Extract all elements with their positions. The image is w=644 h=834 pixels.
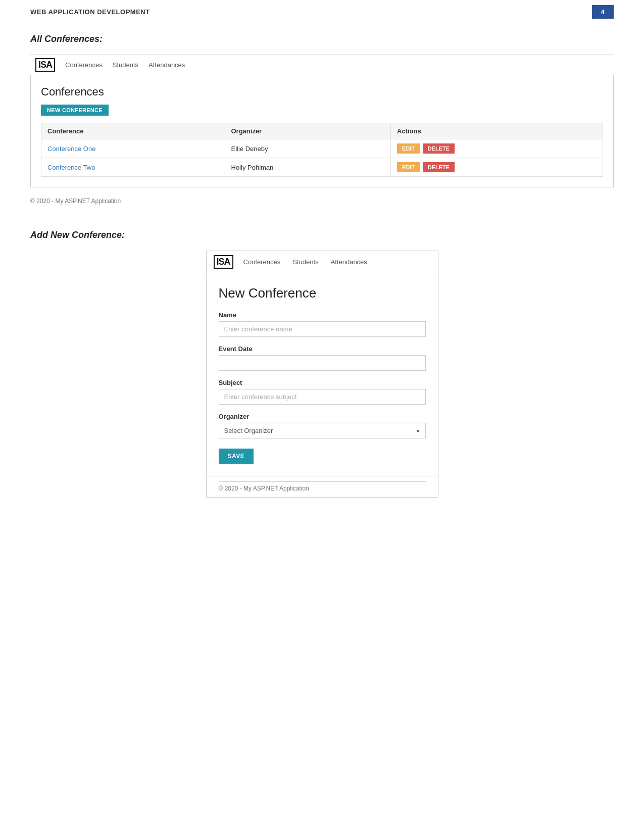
save-button[interactable]: SAVE — [219, 449, 254, 464]
navbar1-links: Conferences Students Attendances — [65, 61, 185, 69]
footer-divider — [219, 481, 426, 482]
section1-footer: © 2020 - My ASP.NET Application — [30, 192, 614, 210]
organizer-1: Ellie Deneby — [225, 139, 391, 158]
subject-input[interactable] — [219, 389, 426, 405]
conference-link-1[interactable]: Conference One — [47, 145, 95, 153]
col-conference: Conference — [41, 123, 225, 139]
nav1-attendances[interactable]: Attendances — [148, 61, 185, 69]
name-group: Name — [219, 311, 426, 337]
event-date-group: Event Date — [219, 345, 426, 371]
form-nav-attendances[interactable]: Attendances — [331, 258, 367, 266]
organizer-2: Holly Pohlman — [225, 158, 391, 177]
event-date-input[interactable] — [219, 355, 426, 371]
form-nav-students[interactable]: Students — [292, 258, 318, 266]
form-footer: © 2020 - My ASP.NET Application — [207, 476, 438, 497]
nav1-students[interactable]: Students — [113, 61, 138, 69]
navbar1-brand: ISA — [35, 58, 55, 72]
form-footer-text: © 2020 - My ASP.NET Application — [219, 485, 309, 492]
table-row: Conference One Ellie Deneby EDIT DELETE — [41, 139, 603, 158]
organizer-group: Organizer Select Organizer ▼ — [219, 413, 426, 438]
section2-heading: Add New Conference: — [30, 230, 614, 240]
edit-button-1[interactable]: EDIT — [397, 143, 420, 154]
top-header: WEB APPLICATION DEVELOPMENT 4 — [0, 0, 644, 24]
organizer-select[interactable]: Select Organizer — [219, 423, 426, 438]
nav1-conferences[interactable]: Conferences — [65, 61, 103, 69]
name-input[interactable] — [219, 321, 426, 337]
table-row: Conference Two Holly Pohlman EDIT DELETE — [41, 158, 603, 177]
organizer-label: Organizer — [219, 413, 426, 420]
subject-group: Subject — [219, 379, 426, 405]
section1-heading: All Conferences: — [30, 34, 614, 44]
delete-button-1[interactable]: DELETE — [423, 143, 455, 154]
header-badge: 4 — [592, 5, 614, 19]
new-conference-button[interactable]: NEW CONFERENCE — [41, 105, 109, 116]
form-body: New Conference Name Event Date Subject — [207, 273, 438, 476]
conferences-table: Conference Organizer Actions Conference … — [41, 123, 603, 177]
form-nav-conferences[interactable]: Conferences — [243, 258, 281, 266]
form-navbar-links: Conferences Students Attendances — [243, 258, 367, 266]
col-actions: Actions — [391, 123, 603, 139]
edit-button-2[interactable]: EDIT — [397, 162, 420, 172]
event-date-label: Event Date — [219, 345, 426, 353]
conferences-card: Conferences NEW CONFERENCE Conference Or… — [30, 75, 614, 187]
col-organizer: Organizer — [225, 123, 391, 139]
delete-button-2[interactable]: DELETE — [423, 162, 455, 172]
select-wrapper: Select Organizer ▼ — [219, 423, 426, 438]
form-navbar-brand: ISA — [214, 255, 233, 269]
form-card-wrapper: ISA Conferences Students Attendances New… — [30, 251, 614, 498]
form-navbar: ISA Conferences Students Attendances — [207, 251, 438, 273]
navbar1: ISA Conferences Students Attendances — [30, 55, 614, 75]
app-title: WEB APPLICATION DEVELOPMENT — [30, 8, 150, 16]
conference-link-2[interactable]: Conference Two — [47, 164, 95, 171]
section-all-conferences: All Conferences: ISA Conferences Student… — [30, 34, 614, 210]
name-label: Name — [219, 311, 426, 319]
page-content: All Conferences: ISA Conferences Student… — [0, 24, 644, 508]
form-card: ISA Conferences Students Attendances New… — [206, 251, 438, 498]
form-title: New Conference — [219, 285, 426, 301]
card-title: Conferences — [41, 85, 603, 99]
section-add-conference: Add New Conference: ISA Conferences Stud… — [30, 230, 614, 498]
subject-label: Subject — [219, 379, 426, 386]
